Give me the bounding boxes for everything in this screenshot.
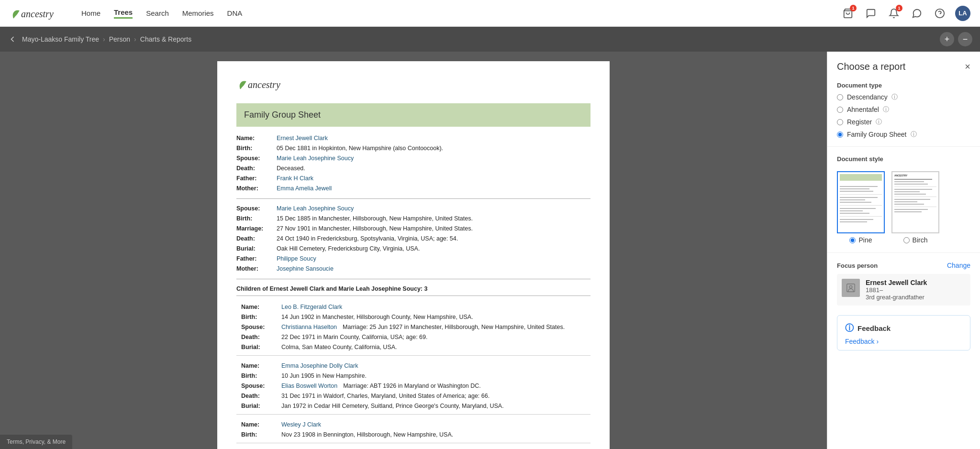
- nav-search[interactable]: Search: [146, 9, 169, 17]
- doc-husband-death-value: Deceased.: [277, 164, 305, 173]
- doc-wife-marriage-value: 27 Nov 1901 in Manchester, Hillsborough,…: [277, 224, 473, 233]
- top-nav: ancestry Home Trees Search Memories DNA …: [0, 0, 980, 27]
- chat-button[interactable]: [909, 6, 924, 21]
- doc-child3-name-value[interactable]: Wesley J Clark: [281, 420, 321, 429]
- doc-wife-spouse-value[interactable]: Marie Leah Josephine Soucy: [277, 204, 354, 213]
- nav-trees[interactable]: Trees: [114, 8, 133, 19]
- radio-family-group-sheet[interactable]: Family Group Sheet ⓘ: [837, 130, 970, 139]
- breadcrumb-tree[interactable]: Mayo-Laakso Family Tree: [22, 35, 99, 43]
- doc-child2-name-value[interactable]: Emma Josephine Dolly Clark: [281, 361, 358, 371]
- user-avatar[interactable]: LA: [955, 6, 970, 21]
- focus-person-relation: 3rd great-grandfather: [866, 294, 927, 301]
- register-info-icon[interactable]: ⓘ: [876, 118, 882, 126]
- doc-wife-father-label: Father:: [236, 254, 275, 263]
- doc-children-header: Children of Ernest Jewell Clark and Mari…: [236, 284, 590, 296]
- style-pine-radio[interactable]: [849, 237, 856, 243]
- change-person-button[interactable]: Change: [947, 262, 970, 269]
- close-panel-button[interactable]: ×: [965, 61, 970, 72]
- doc-wife-father-value[interactable]: Philippe Soucy: [277, 254, 316, 263]
- focus-person-card: Ernest Jewell Clark 1881– 3rd great-gran…: [837, 274, 970, 306]
- feedback-link[interactable]: Feedback ›: [845, 338, 962, 345]
- doc-child2-spouse-value[interactable]: Elias Boswell Worton: [281, 381, 337, 391]
- doc-husband-spouse-value[interactable]: Marie Leah Josephine Soucy: [277, 153, 354, 163]
- doc-husband-birth-value: 05 Dec 1881 in Hopkinton, New Hampshire …: [277, 143, 443, 153]
- feedback-header: ⓘ Feedback: [845, 322, 962, 334]
- radio-ahnentafel[interactable]: Ahnentafel ⓘ: [837, 105, 970, 114]
- doc-logo: ancestry: [236, 76, 590, 96]
- doc-wife-burial: Burial: Oak Hill Cemetery, Fredericksbur…: [236, 244, 590, 253]
- divider-2: [827, 252, 980, 253]
- doc-husband-spouse: Spouse: Marie Leah Josephine Soucy: [236, 153, 590, 163]
- nav-home[interactable]: Home: [81, 9, 100, 17]
- breadcrumb-person[interactable]: Person: [109, 35, 130, 43]
- family-group-sheet-info-icon[interactable]: ⓘ: [911, 130, 917, 139]
- radio-ahnentafel-label: Ahnentafel: [847, 106, 879, 113]
- radio-register-input[interactable]: [837, 119, 843, 125]
- panel-title: Choose a report: [837, 61, 905, 72]
- focus-person-title: Focus person: [837, 262, 878, 269]
- style-preview-birch: ANCESTRY: [891, 171, 939, 233]
- doc-husband-name-label: Name:: [236, 133, 275, 143]
- doc-child1-marriage-value: Marriage: 25 Jun 1927 in Manchester, Hil…: [343, 322, 565, 332]
- doc-child-1: Name: Leo B. Fitzgerald Clark Birth: 14 …: [236, 299, 590, 356]
- doc-wife-mother-label: Mother:: [236, 264, 275, 274]
- focus-person-years: 1881–: [866, 286, 927, 294]
- doc-child2-spouse-label: Spouse:: [241, 381, 279, 391]
- radio-register[interactable]: Register ⓘ: [837, 118, 970, 126]
- document-type-title: Document type: [827, 77, 980, 93]
- radio-ahnentafel-input[interactable]: [837, 107, 843, 113]
- doc-child1-burial-label: Burial:: [241, 342, 279, 352]
- doc-husband-mother-value[interactable]: Emma Amelia Jewell: [277, 184, 332, 193]
- radio-family-group-sheet-input[interactable]: [837, 131, 843, 138]
- svg-point-5: [849, 285, 852, 288]
- doc-child1-spouse-label: Spouse:: [241, 322, 279, 332]
- radio-descendancy[interactable]: Descendancy ⓘ: [837, 93, 970, 101]
- terms-bar[interactable]: Terms, Privacy, & More: [0, 435, 72, 449]
- nav-links: Home Trees Search Memories DNA: [81, 8, 840, 19]
- feedback-title: Feedback: [858, 324, 891, 332]
- doc-child1-spouse-value[interactable]: Christianna Haselton: [281, 322, 337, 332]
- style-birch-radio[interactable]: [903, 237, 910, 243]
- doc-wife-marriage: Marriage: 27 Nov 1901 in Manchester, Hil…: [236, 224, 590, 233]
- doc-husband-name: Name: Ernest Jewell Clark: [236, 133, 590, 143]
- doc-husband-father-value[interactable]: Frank H Clark: [277, 174, 313, 183]
- doc-wife-death-value: 24 Oct 1940 in Fredericksburg, Spotsylva…: [277, 234, 458, 243]
- breadcrumb: Mayo-Laakso Family Tree › Person › Chart…: [22, 35, 191, 43]
- style-pine-label[interactable]: Pine: [849, 236, 872, 244]
- zoom-in-button[interactable]: +: [940, 32, 954, 46]
- help-button[interactable]: [932, 6, 947, 21]
- messages-button[interactable]: [863, 6, 879, 21]
- doc-wife-spouse: Spouse: Marie Leah Josephine Soucy: [236, 204, 590, 213]
- descendancy-info-icon[interactable]: ⓘ: [891, 93, 898, 101]
- ahnentafel-info-icon[interactable]: ⓘ: [883, 105, 889, 114]
- doc-wife-mother-value[interactable]: Josephine Sansoucie: [277, 264, 334, 274]
- style-option-pine[interactable]: Pine: [837, 171, 885, 244]
- doc-husband-father: Father: Frank H Clark: [236, 174, 590, 183]
- notification-button[interactable]: 1: [886, 6, 902, 21]
- doc-child3-birth-label: Birth:: [241, 430, 279, 439]
- breadcrumb-reports: Charts & Reports: [140, 35, 191, 43]
- focus-person-header: Focus person Change: [837, 262, 970, 269]
- nav-logo[interactable]: ancestry: [10, 5, 67, 22]
- breadcrumb-sep-1: ›: [103, 35, 105, 43]
- cart-button[interactable]: 1: [840, 6, 856, 21]
- divider-1: [827, 146, 980, 147]
- doc-husband-name-value[interactable]: Ernest Jewell Clark: [277, 133, 328, 143]
- doc-wife-death: Death: 24 Oct 1940 in Fredericksburg, Sp…: [236, 234, 590, 243]
- back-button[interactable]: [8, 34, 17, 44]
- style-birch-label[interactable]: Birch: [903, 236, 928, 244]
- main-layout: ancestry Family Group Sheet Name: Ernest…: [0, 52, 980, 449]
- doc-child2-death-value: 31 Dec 1971 in Waldorf, Charles, Marylan…: [281, 391, 490, 401]
- zoom-out-button[interactable]: −: [958, 32, 972, 46]
- radio-descendancy-label: Descendancy: [847, 93, 888, 101]
- nav-memories[interactable]: Memories: [182, 9, 214, 17]
- style-option-birch[interactable]: ANCESTRY: [891, 171, 939, 244]
- doc-child1-name-value[interactable]: Leo B. Fitzgerald Clark: [281, 302, 342, 312]
- radio-descendancy-input[interactable]: [837, 94, 843, 100]
- doc-wife-marriage-label: Marriage:: [236, 224, 275, 233]
- nav-dna[interactable]: DNA: [227, 9, 243, 17]
- doc-wife-section: Spouse: Marie Leah Josephine Soucy Birth…: [236, 204, 590, 279]
- document-type-group: Descendancy ⓘ Ahnentafel ⓘ Register ⓘ Fa…: [827, 93, 980, 142]
- doc-child2-death-label: Death:: [241, 391, 279, 401]
- doc-wife-death-label: Death:: [236, 234, 275, 243]
